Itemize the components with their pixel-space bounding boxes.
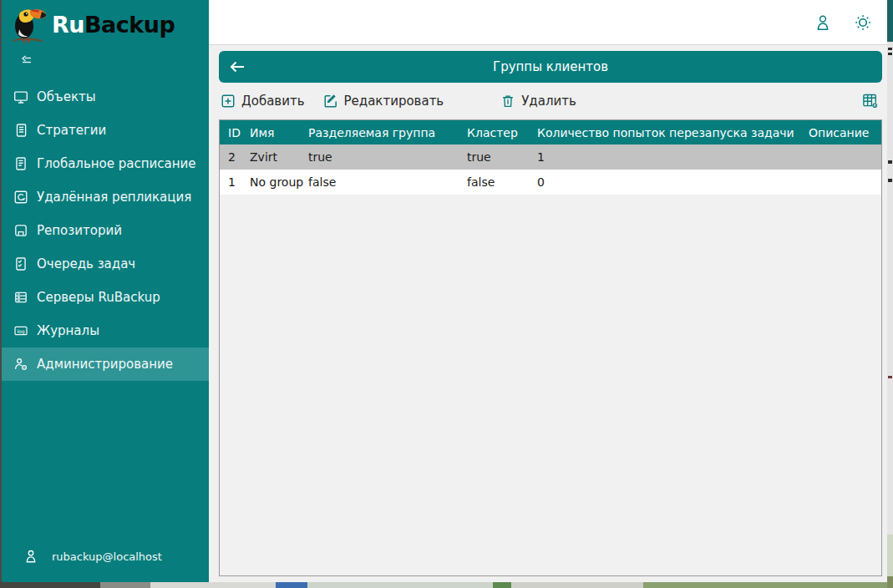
cell-cluster: true bbox=[467, 144, 537, 170]
edit-button-label: Редактировать bbox=[344, 94, 444, 109]
sidebar-item-label: Глобальное расписание bbox=[37, 156, 196, 171]
sidebar-item-strategies[interactable]: Стратегии bbox=[2, 114, 209, 147]
sidebar-item-label: Стратегии bbox=[37, 123, 106, 138]
table-column-settings-icon[interactable] bbox=[862, 93, 879, 109]
sidebar-item-label: Администрирование bbox=[37, 357, 173, 372]
client-groups-table: ID Имя Разделяемая группа Кластер Количе… bbox=[219, 119, 882, 576]
sidebar-item-servers[interactable]: Серверы RuBackup bbox=[2, 281, 209, 314]
sidebar-item-label: Серверы RuBackup bbox=[37, 290, 160, 305]
cell-shared-group: false bbox=[308, 170, 467, 195]
add-button-label: Добавить bbox=[241, 94, 305, 109]
replication-sync-icon bbox=[13, 190, 28, 205]
sidebar-item-logs[interactable]: log Журналы bbox=[2, 314, 209, 347]
sidebar-item-administration[interactable]: Администрирование bbox=[2, 347, 209, 381]
edit-pencil-icon bbox=[323, 94, 338, 109]
app-logo: RuBackup bbox=[2, 0, 209, 47]
servers-icon bbox=[13, 290, 28, 305]
top-header bbox=[209, 0, 887, 45]
sidebar-item-label: Репозиторий bbox=[37, 223, 122, 238]
cell-restart-attempts: 0 bbox=[537, 170, 809, 195]
sidebar-item-objects[interactable]: Объекты bbox=[2, 80, 209, 114]
sidebar-user-info: rubackup@localhost bbox=[2, 549, 209, 582]
sidebar-item-label: Очередь задач bbox=[37, 256, 135, 271]
table-header-row: ID Имя Разделяемая группа Кластер Количе… bbox=[220, 120, 881, 144]
task-queue-checklist-icon bbox=[13, 256, 28, 271]
panel-titlebar: Группы клиентов bbox=[219, 51, 882, 83]
column-header-cluster[interactable]: Кластер bbox=[467, 120, 537, 144]
sidebar: RuBackup Объекты bbox=[2, 0, 209, 582]
delete-button-label: Удалить bbox=[521, 94, 576, 109]
main-area: Группы клиентов Добавить bbox=[209, 0, 887, 582]
column-header-id[interactable]: ID bbox=[220, 120, 250, 144]
toucan-logo-icon bbox=[8, 4, 47, 44]
sidebar-item-repository[interactable]: Репозиторий bbox=[2, 214, 209, 247]
column-header-description[interactable]: Описание bbox=[809, 120, 881, 144]
cell-shared-group: true bbox=[308, 144, 467, 170]
sidebar-item-label: Удалённая репликация bbox=[37, 190, 191, 205]
sidebar-item-label: Объекты bbox=[37, 89, 96, 104]
back-arrow-icon bbox=[227, 57, 247, 77]
trash-icon bbox=[500, 94, 515, 109]
add-plus-icon bbox=[221, 94, 236, 109]
user-icon[interactable] bbox=[814, 13, 832, 32]
background-window-edge bbox=[887, 0, 893, 588]
edit-button[interactable]: Редактировать bbox=[323, 94, 444, 109]
sidebar-item-global-schedule[interactable]: Глобальное расписание bbox=[2, 147, 209, 180]
collapse-sidebar-icon bbox=[18, 55, 209, 67]
monitor-icon bbox=[13, 89, 28, 104]
sidebar-nav: Объекты Стратегии Глобальное расписание bbox=[2, 80, 209, 381]
delete-button[interactable]: Удалить bbox=[500, 94, 576, 109]
repository-save-icon bbox=[13, 223, 28, 238]
cell-description bbox=[809, 170, 881, 195]
table-row[interactable]: 1 No group false false 0 bbox=[220, 170, 881, 195]
logo-text-ru: Ru bbox=[52, 12, 84, 38]
desktop-edge bbox=[0, 582, 887, 588]
sidebar-item-label: Журналы bbox=[37, 323, 99, 338]
cell-id: 1 bbox=[220, 170, 250, 195]
schedule-document-icon bbox=[13, 156, 28, 171]
admin-user-gear-icon bbox=[13, 357, 28, 372]
user-icon bbox=[23, 549, 38, 564]
column-header-shared-group[interactable]: Разделяемая группа bbox=[308, 120, 467, 144]
app-window: RuBackup Объекты bbox=[0, 0, 887, 582]
cell-name: No group bbox=[250, 170, 308, 195]
table-row[interactable]: 2 Zvirt true true 1 bbox=[220, 144, 881, 170]
content-area: Группы клиентов Добавить bbox=[209, 45, 887, 582]
logo-text-backup: Backup bbox=[84, 12, 175, 38]
cell-description bbox=[809, 144, 881, 170]
collapse-sidebar-button[interactable] bbox=[2, 47, 209, 72]
back-button[interactable] bbox=[227, 57, 247, 77]
column-header-restart-attempts[interactable]: Количество попыток перезапуска задачи bbox=[537, 120, 809, 144]
svg-text:log: log bbox=[17, 328, 24, 335]
add-button[interactable]: Добавить bbox=[221, 94, 305, 109]
cell-name: Zvirt bbox=[250, 144, 308, 170]
cell-restart-attempts: 1 bbox=[537, 144, 809, 170]
cell-id: 2 bbox=[220, 144, 250, 170]
page-title: Группы клиентов bbox=[219, 59, 882, 74]
strategies-document-icon bbox=[13, 123, 28, 138]
sidebar-item-remote-replication[interactable]: Удалённая репликация bbox=[2, 180, 209, 214]
logged-in-user-label: rubackup@localhost bbox=[52, 550, 162, 563]
column-header-name[interactable]: Имя bbox=[250, 120, 308, 144]
settings-gear-icon[interactable] bbox=[854, 13, 872, 32]
log-icon: log bbox=[13, 323, 28, 338]
sidebar-item-task-queue[interactable]: Очередь задач bbox=[2, 247, 209, 281]
cell-cluster: false bbox=[467, 170, 537, 195]
toolbar: Добавить Редактировать bbox=[219, 83, 882, 119]
logo-text: RuBackup bbox=[52, 12, 175, 38]
